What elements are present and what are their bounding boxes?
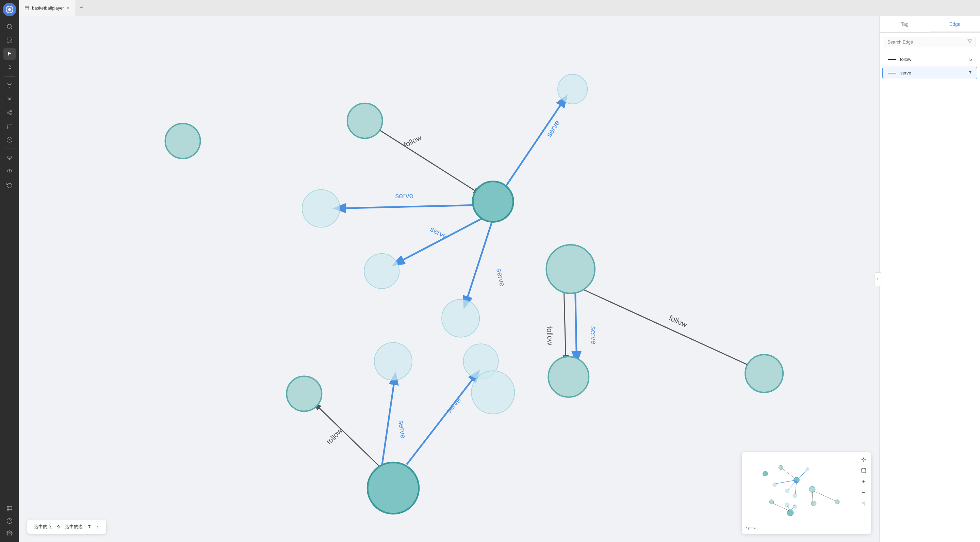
svg-point-38 bbox=[762, 471, 768, 476]
select-rect-icon[interactable] bbox=[3, 34, 16, 46]
edge-label-follow-3: follow bbox=[668, 314, 688, 329]
minimap-collapse-button[interactable]: »| bbox=[859, 498, 869, 508]
node-5[interactable] bbox=[364, 254, 399, 289]
edge-follow-1[interactable] bbox=[365, 121, 479, 193]
svg-line-19 bbox=[8, 113, 10, 114]
table-view-icon[interactable] bbox=[3, 502, 16, 515]
tab-edge[interactable]: Edge bbox=[930, 16, 980, 32]
selected-edges-count: 7 bbox=[88, 524, 91, 529]
minimap-layout-icon[interactable] bbox=[859, 455, 869, 464]
edge-label-serve-2: serve bbox=[395, 192, 413, 200]
svg-point-35 bbox=[9, 532, 11, 534]
edge-item-follow[interactable]: follow 5 bbox=[882, 53, 977, 65]
node-9[interactable] bbox=[374, 342, 412, 380]
node-14[interactable] bbox=[548, 357, 589, 397]
edge-serve-5[interactable] bbox=[382, 375, 395, 467]
minimap-zoom-in-button[interactable]: + bbox=[859, 477, 869, 486]
svg-point-22 bbox=[11, 124, 12, 125]
svg-line-61 bbox=[813, 491, 836, 501]
minimap-expand-icon[interactable] bbox=[859, 466, 869, 475]
edge-line-follow bbox=[888, 59, 896, 60]
lasso2-icon[interactable] bbox=[3, 165, 16, 177]
svg-line-56 bbox=[795, 482, 797, 494]
svg-line-12 bbox=[8, 98, 9, 99]
node-11[interactable] bbox=[471, 371, 514, 414]
minimap-controls: + − »| bbox=[859, 455, 869, 508]
edge-follow-2[interactable] bbox=[564, 286, 566, 361]
edge-serve-3[interactable] bbox=[395, 214, 489, 265]
algo-run-icon[interactable] bbox=[3, 134, 16, 146]
search-edge-container bbox=[884, 37, 976, 47]
svg-marker-71 bbox=[968, 40, 972, 44]
network-icon[interactable] bbox=[3, 93, 16, 105]
search-sidebar-icon[interactable] bbox=[3, 21, 16, 33]
node-8[interactable] bbox=[286, 376, 321, 411]
node-6[interactable] bbox=[442, 299, 479, 337]
panel-collapse-button[interactable]: › bbox=[874, 273, 881, 286]
svg-line-52 bbox=[781, 468, 795, 479]
edge-serve-6[interactable] bbox=[407, 372, 478, 465]
node-1[interactable] bbox=[165, 124, 200, 158]
app-logo[interactable] bbox=[3, 3, 16, 16]
add-tab-button[interactable]: + bbox=[75, 5, 87, 11]
svg-line-55 bbox=[788, 480, 797, 490]
sidebar bbox=[0, 0, 19, 542]
tab-basketballplayer[interactable]: basketballplayer × bbox=[19, 0, 75, 16]
edge-follow-4[interactable] bbox=[315, 404, 381, 468]
svg-marker-5 bbox=[7, 83, 12, 88]
node-3[interactable] bbox=[473, 182, 513, 222]
svg-point-1 bbox=[8, 8, 11, 11]
help-icon[interactable] bbox=[3, 515, 16, 527]
settings-icon[interactable] bbox=[3, 527, 16, 539]
tab-tag[interactable]: Tag bbox=[880, 16, 930, 32]
right-panel: › Tag Edge follow 5 serve bbox=[879, 16, 980, 542]
share-graph-icon[interactable] bbox=[3, 106, 16, 119]
edge-serve-4[interactable] bbox=[465, 219, 493, 306]
tab-close-button[interactable]: × bbox=[67, 5, 69, 11]
svg-point-51 bbox=[835, 500, 840, 504]
svg-point-41 bbox=[772, 482, 777, 487]
node-12[interactable] bbox=[368, 463, 419, 514]
edge-count-serve: 7 bbox=[969, 70, 972, 76]
node-15[interactable] bbox=[745, 355, 783, 392]
svg-point-65 bbox=[863, 461, 864, 462]
svg-point-46 bbox=[785, 502, 790, 508]
edge-item-serve[interactable]: serve 7 bbox=[882, 67, 977, 79]
minimap-zoom-out-button[interactable]: − bbox=[859, 488, 869, 497]
svg-rect-4 bbox=[7, 38, 12, 43]
svg-point-44 bbox=[805, 467, 809, 471]
node-2[interactable] bbox=[347, 103, 382, 138]
edge-follow-3[interactable] bbox=[582, 289, 759, 370]
edge-serve-1[interactable] bbox=[503, 97, 566, 190]
edge-serve-2[interactable] bbox=[336, 205, 478, 208]
panel-tabs: Tag Edge bbox=[880, 16, 980, 33]
node-13[interactable] bbox=[546, 245, 595, 293]
search-edge-input[interactable] bbox=[888, 40, 965, 44]
node-4[interactable] bbox=[302, 189, 340, 227]
tab-icon bbox=[24, 6, 29, 11]
graph-canvas[interactable]: follow follow follow follow serve serve bbox=[19, 16, 879, 542]
svg-line-25 bbox=[10, 140, 11, 140]
edge-serve-7[interactable] bbox=[576, 290, 577, 361]
edge-label-follow-1: follow bbox=[402, 133, 423, 149]
search-filter-icon[interactable] bbox=[967, 39, 972, 45]
undo-icon[interactable] bbox=[3, 179, 16, 191]
path-find-icon[interactable] bbox=[3, 120, 16, 132]
cursor-icon[interactable] bbox=[3, 48, 16, 60]
svg-point-9 bbox=[11, 97, 12, 98]
svg-line-13 bbox=[10, 98, 11, 99]
svg-line-20 bbox=[8, 111, 10, 112]
edge-list: follow 5 serve 7 bbox=[880, 51, 980, 81]
svg-rect-29 bbox=[7, 506, 12, 511]
edge-label-serve-4: serve bbox=[495, 268, 507, 287]
status-expand-button[interactable]: ∧ bbox=[96, 524, 99, 529]
svg-point-17 bbox=[7, 112, 9, 114]
filter-sidebar-icon[interactable] bbox=[3, 79, 16, 92]
lasso-icon[interactable] bbox=[3, 152, 16, 164]
svg-point-62 bbox=[862, 460, 862, 460]
svg-point-10 bbox=[7, 100, 8, 101]
selected-nodes-label: 选中的点 bbox=[34, 524, 52, 530]
svg-point-21 bbox=[7, 127, 8, 128]
node-7[interactable] bbox=[558, 74, 587, 104]
pan-hand-icon[interactable] bbox=[3, 61, 16, 73]
